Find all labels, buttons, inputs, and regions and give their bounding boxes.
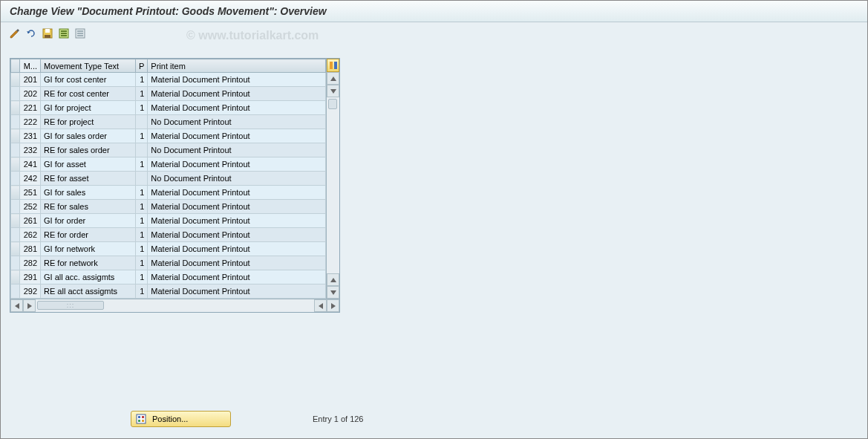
- cell-movement-text[interactable]: GI for sales: [41, 186, 136, 200]
- horizontal-scrollbar[interactable]: :::: [10, 299, 339, 312]
- row-selector[interactable]: [11, 172, 20, 186]
- hscroll-track[interactable]: :::: [36, 299, 314, 312]
- cell-print-item[interactable]: Material Document Printout: [148, 73, 326, 87]
- table-row[interactable]: 242RE for assetNo Document Printout: [11, 172, 326, 186]
- col-header-print[interactable]: Print item: [148, 59, 326, 73]
- scroll-up-icon[interactable]: [327, 72, 339, 85]
- cell-movement-type[interactable]: 281: [20, 242, 41, 256]
- row-selector[interactable]: [11, 214, 20, 228]
- cell-print-item[interactable]: Material Document Printout: [148, 256, 326, 270]
- cell-movement-text[interactable]: GI for project: [41, 101, 136, 115]
- cell-print-item[interactable]: Material Document Printout: [148, 228, 326, 242]
- cell-print-item[interactable]: Material Document Printout: [148, 270, 326, 284]
- cell-p[interactable]: [136, 115, 148, 129]
- select-all-icon[interactable]: [57, 27, 71, 40]
- row-selector[interactable]: [11, 256, 20, 270]
- table-row[interactable]: 282RE for network1Material Document Prin…: [11, 256, 326, 270]
- cell-print-item[interactable]: Material Document Printout: [148, 200, 326, 214]
- cell-movement-text[interactable]: RE for sales order: [41, 143, 136, 157]
- cell-movement-type[interactable]: 241: [20, 157, 41, 172]
- cell-p[interactable]: 1: [136, 157, 148, 172]
- cell-movement-text[interactable]: RE for sales: [41, 200, 136, 214]
- cell-movement-text[interactable]: RE for order: [41, 228, 136, 242]
- cell-movement-type[interactable]: 252: [20, 200, 41, 214]
- col-header-m[interactable]: M...: [20, 59, 41, 73]
- table-row[interactable]: 241GI for asset1Material Document Printo…: [11, 157, 326, 172]
- col-header-select[interactable]: [11, 59, 20, 73]
- cell-p[interactable]: 1: [136, 270, 148, 284]
- row-selector[interactable]: [11, 115, 20, 129]
- cell-movement-type[interactable]: 222: [20, 115, 41, 129]
- cell-movement-text[interactable]: RE for project: [41, 115, 136, 129]
- row-selector[interactable]: [11, 186, 20, 200]
- row-selector[interactable]: [11, 143, 20, 157]
- row-selector[interactable]: [11, 73, 20, 87]
- row-selector[interactable]: [11, 284, 20, 299]
- table-row[interactable]: 281GI for network1Material Document Prin…: [11, 242, 326, 256]
- table-row[interactable]: 231GI for sales order1Material Document …: [11, 129, 326, 143]
- row-selector[interactable]: [11, 129, 20, 143]
- scroll-up2-icon[interactable]: [327, 273, 339, 286]
- cell-movement-text[interactable]: RE for network: [41, 256, 136, 270]
- configure-columns-icon[interactable]: [327, 59, 339, 72]
- cell-movement-text[interactable]: RE for asset: [41, 172, 136, 186]
- cell-p[interactable]: 1: [136, 228, 148, 242]
- cell-print-item[interactable]: Material Document Printout: [148, 214, 326, 228]
- cell-movement-text[interactable]: RE all acct assigmts: [41, 284, 136, 299]
- table-row[interactable]: 261GI for order1Material Document Printo…: [11, 214, 326, 228]
- table-row[interactable]: 202RE for cost center1Material Document …: [11, 87, 326, 101]
- cell-movement-type[interactable]: 262: [20, 228, 41, 242]
- row-selector[interactable]: [11, 200, 20, 214]
- cell-p[interactable]: 1: [136, 101, 148, 115]
- hscroll-thumb[interactable]: :::: [37, 301, 104, 310]
- cell-movement-type[interactable]: 292: [20, 284, 41, 299]
- cell-p[interactable]: 1: [136, 87, 148, 101]
- table-row[interactable]: 232RE for sales orderNo Document Printou…: [11, 143, 326, 157]
- change-icon[interactable]: [8, 27, 22, 40]
- cell-print-item[interactable]: No Document Printout: [148, 115, 326, 129]
- cell-print-item[interactable]: No Document Printout: [148, 143, 326, 157]
- cell-print-item[interactable]: Material Document Printout: [148, 129, 326, 143]
- cell-p[interactable]: 1: [136, 186, 148, 200]
- cell-p[interactable]: [136, 172, 148, 186]
- cell-movement-type[interactable]: 231: [20, 129, 41, 143]
- scroll-right-icon[interactable]: [23, 299, 36, 312]
- table-row[interactable]: 292RE all acct assigmts1Material Documen…: [11, 284, 326, 299]
- cell-movement-text[interactable]: GI for order: [41, 214, 136, 228]
- table-row[interactable]: 222RE for projectNo Document Printout: [11, 115, 326, 129]
- table-row[interactable]: 221GI for project1Material Document Prin…: [11, 101, 326, 115]
- position-button[interactable]: Position...: [131, 411, 231, 427]
- vscroll-track[interactable]: [327, 97, 339, 273]
- cell-p[interactable]: 1: [136, 256, 148, 270]
- cell-print-item[interactable]: Material Document Printout: [148, 284, 326, 299]
- cell-p[interactable]: 1: [136, 73, 148, 87]
- cell-movement-type[interactable]: 202: [20, 87, 41, 101]
- cell-p[interactable]: 1: [136, 129, 148, 143]
- row-selector[interactable]: [11, 87, 20, 101]
- scroll-down-icon[interactable]: [327, 85, 339, 97]
- cell-movement-type[interactable]: 242: [20, 172, 41, 186]
- cell-p[interactable]: 1: [136, 214, 148, 228]
- cell-movement-text[interactable]: GI all acc. assigmts: [41, 270, 136, 284]
- scroll-right2-icon[interactable]: [327, 299, 339, 312]
- cell-p[interactable]: [136, 143, 148, 157]
- cell-p[interactable]: 1: [136, 242, 148, 256]
- scroll-left-icon[interactable]: [10, 299, 23, 312]
- table-row[interactable]: 262RE for order1Material Document Printo…: [11, 228, 326, 242]
- cell-p[interactable]: 1: [136, 284, 148, 299]
- cell-print-item[interactable]: Material Document Printout: [148, 101, 326, 115]
- table-row[interactable]: 291GI all acc. assigmts1Material Documen…: [11, 270, 326, 284]
- cell-movement-type[interactable]: 282: [20, 256, 41, 270]
- save-icon[interactable]: [41, 27, 54, 40]
- vertical-scrollbar[interactable]: [326, 59, 339, 299]
- col-header-text[interactable]: Movement Type Text: [41, 59, 136, 73]
- cell-movement-text[interactable]: GI for asset: [41, 157, 136, 172]
- cell-print-item[interactable]: Material Document Printout: [148, 157, 326, 172]
- cell-movement-text[interactable]: GI for cost center: [41, 73, 136, 87]
- deselect-all-icon[interactable]: [74, 27, 87, 40]
- scroll-down2-icon[interactable]: [327, 286, 339, 299]
- cell-movement-type[interactable]: 232: [20, 143, 41, 157]
- cell-print-item[interactable]: Material Document Printout: [148, 87, 326, 101]
- cell-print-item[interactable]: Material Document Printout: [148, 186, 326, 200]
- table-row[interactable]: 201GI for cost center1Material Document …: [11, 73, 326, 87]
